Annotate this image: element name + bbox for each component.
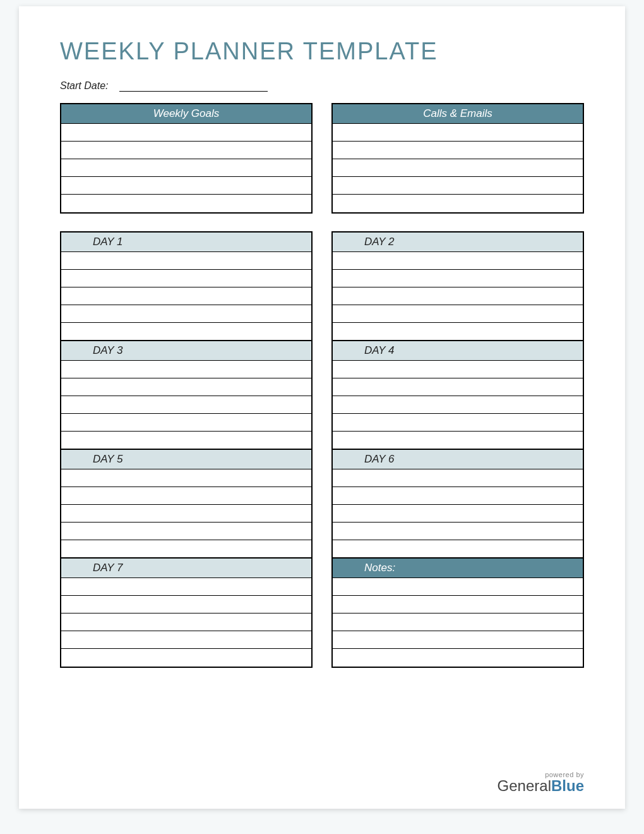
notes-row[interactable]: [333, 649, 583, 667]
day-row[interactable]: [333, 378, 583, 396]
weekly-goals-column: Weekly Goals: [60, 103, 313, 214]
weekly-goals-box: Weekly Goals: [60, 103, 313, 214]
start-date-label: Start Date:: [60, 80, 108, 92]
calls-row[interactable]: [333, 142, 583, 159]
day-row[interactable]: [333, 505, 583, 523]
day-row[interactable]: [333, 361, 583, 378]
day-row[interactable]: [61, 469, 311, 487]
day-row[interactable]: [61, 414, 311, 432]
calls-emails-box: Calls & Emails: [331, 103, 584, 214]
calls-row[interactable]: [333, 159, 583, 177]
left-days-column: DAY 1 DAY 3 DAY 5 DAY 7: [60, 231, 313, 668]
brand-part-b: Blue: [551, 777, 584, 794]
day-row[interactable]: [61, 287, 311, 305]
goals-row[interactable]: [61, 124, 311, 142]
brand-part-a: General: [498, 777, 551, 794]
day-row[interactable]: [333, 305, 583, 323]
notes-header: Notes:: [333, 558, 583, 578]
start-date-row: Start Date:: [60, 80, 584, 92]
notes-row[interactable]: [333, 613, 583, 631]
day-row[interactable]: [333, 414, 583, 432]
right-days-column: DAY 2 DAY 4 DAY 6 Notes:: [331, 231, 584, 668]
day-row[interactable]: [61, 252, 311, 270]
day-5-header: DAY 5: [61, 449, 311, 469]
day-row[interactable]: [61, 378, 311, 396]
notes-row[interactable]: [333, 578, 583, 596]
goals-row[interactable]: [61, 159, 311, 177]
day-4-header: DAY 4: [333, 341, 583, 361]
day-7-header: DAY 7: [61, 558, 311, 578]
day-1-header: DAY 1: [61, 233, 311, 252]
day-row[interactable]: [61, 432, 311, 449]
calls-row[interactable]: [333, 177, 583, 195]
calls-emails-column: Calls & Emails: [331, 103, 584, 214]
day-row[interactable]: [61, 596, 311, 613]
day-row[interactable]: [333, 287, 583, 305]
day-row[interactable]: [61, 323, 311, 341]
day-row[interactable]: [61, 631, 311, 649]
brand-logo: GeneralBlue: [498, 778, 584, 794]
weekly-goals-header: Weekly Goals: [61, 104, 311, 124]
day-row[interactable]: [333, 469, 583, 487]
day-row[interactable]: [61, 578, 311, 596]
calls-row[interactable]: [333, 195, 583, 212]
notes-row[interactable]: [333, 596, 583, 613]
day-row[interactable]: [333, 252, 583, 270]
top-section: Weekly Goals Calls & Emails: [60, 103, 584, 214]
footer: powered by GeneralBlue: [498, 771, 584, 794]
day-row[interactable]: [333, 270, 583, 287]
page-title: WEEKLY PLANNER TEMPLATE: [60, 38, 584, 65]
goals-row[interactable]: [61, 177, 311, 195]
day-row[interactable]: [61, 270, 311, 287]
day-row[interactable]: [333, 487, 583, 505]
day-row[interactable]: [61, 540, 311, 558]
day-row[interactable]: [333, 396, 583, 414]
right-days-box: DAY 2 DAY 4 DAY 6 Notes:: [331, 231, 584, 668]
day-row[interactable]: [61, 305, 311, 323]
day-2-header: DAY 2: [333, 233, 583, 252]
day-row[interactable]: [61, 396, 311, 414]
day-row[interactable]: [333, 540, 583, 558]
day-row[interactable]: [61, 487, 311, 505]
goals-row[interactable]: [61, 142, 311, 159]
planner-page: WEEKLY PLANNER TEMPLATE Start Date: Week…: [19, 6, 625, 809]
day-3-header: DAY 3: [61, 341, 311, 361]
day-row[interactable]: [61, 649, 311, 667]
day-row[interactable]: [61, 361, 311, 378]
day-row[interactable]: [61, 523, 311, 540]
goals-row[interactable]: [61, 195, 311, 212]
calls-emails-header: Calls & Emails: [333, 104, 583, 124]
notes-row[interactable]: [333, 631, 583, 649]
day-row[interactable]: [333, 432, 583, 449]
day-row[interactable]: [61, 613, 311, 631]
day-6-header: DAY 6: [333, 449, 583, 469]
days-section: DAY 1 DAY 3 DAY 5 DAY 7: [60, 231, 584, 668]
day-row[interactable]: [333, 523, 583, 540]
start-date-input-line[interactable]: [119, 80, 268, 92]
calls-row[interactable]: [333, 124, 583, 142]
day-row[interactable]: [333, 323, 583, 341]
day-row[interactable]: [61, 505, 311, 523]
left-days-box: DAY 1 DAY 3 DAY 5 DAY 7: [60, 231, 313, 668]
